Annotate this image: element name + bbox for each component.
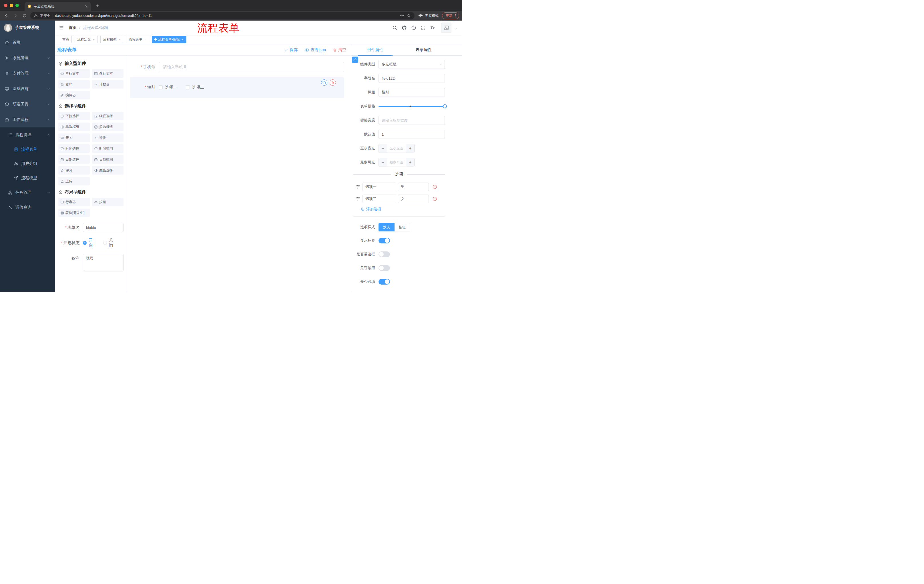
password-key-icon[interactable]: [400, 13, 404, 18]
component-password[interactable]: 密码: [58, 80, 90, 89]
label-width-input[interactable]: [378, 116, 445, 125]
component-table[interactable]: 表格[开发中]: [58, 209, 90, 217]
component-checkbox-group[interactable]: 多选框组: [92, 123, 124, 131]
tag-home[interactable]: 首页: [60, 36, 72, 43]
slider-track[interactable]: [378, 106, 445, 107]
component-type-value[interactable]: [378, 60, 445, 69]
field-link-button[interactable]: [352, 57, 358, 63]
breadcrumb-home[interactable]: 首页: [69, 25, 77, 30]
checkbox-box[interactable]: [186, 86, 190, 89]
sidebar-item-home[interactable]: 首页: [0, 35, 55, 50]
component-row-container[interactable]: 行容器: [58, 198, 90, 206]
new-tab-button[interactable]: [94, 2, 101, 10]
tag-process-definition[interactable]: 流程定义: [74, 36, 97, 43]
component-single-line-text[interactable]: 单行文本: [58, 69, 90, 78]
title-input[interactable]: [378, 88, 445, 97]
min-select-value[interactable]: 至少应选: [387, 144, 406, 153]
checkbox-box[interactable]: [159, 86, 163, 89]
drag-handle-icon[interactable]: [356, 184, 361, 189]
sidebar-item-payment[interactable]: 支付管理: [0, 66, 55, 81]
form-remark-textarea[interactable]: 嘿嘿: [83, 254, 124, 271]
view-json-button[interactable]: 查看json: [304, 48, 326, 53]
traffic-light-minimize[interactable]: [10, 4, 13, 7]
tag-process-form-edit[interactable]: 流程表单-编辑: [152, 36, 186, 43]
widget-delete-button[interactable]: [330, 79, 336, 86]
help-icon[interactable]: [411, 25, 416, 30]
component-editor[interactable]: 编辑器: [58, 91, 90, 99]
browser-menu-dots-icon[interactable]: [453, 13, 458, 18]
browser-update-button[interactable]: 更新: [442, 12, 459, 19]
sidebar-item-system[interactable]: 系统管理: [0, 50, 55, 66]
component-cascader[interactable]: 级联选择: [92, 112, 124, 120]
form-canvas[interactable]: *手机号 *性别 选项一: [127, 56, 351, 292]
back-button[interactable]: [3, 12, 10, 19]
avatar[interactable]: [441, 23, 451, 33]
github-icon[interactable]: [402, 25, 407, 30]
remove-option-icon[interactable]: [432, 184, 437, 189]
component-date-picker[interactable]: 日期选择: [58, 155, 90, 164]
slider-handle[interactable]: [443, 104, 447, 108]
component-color-picker[interactable]: 颜色选择: [92, 166, 124, 174]
status-radio-on[interactable]: 开启: [83, 238, 96, 248]
required-switch[interactable]: [378, 279, 390, 285]
sidebar-item-workflow[interactable]: 工作流程: [0, 112, 55, 127]
sidebar-item-process-form[interactable]: 流程表单: [0, 142, 55, 156]
tag-close-icon[interactable]: [181, 38, 184, 41]
sidebar-item-user-group[interactable]: 用户分组: [0, 156, 55, 171]
style-default-button[interactable]: 默认: [378, 223, 394, 232]
option-value-input[interactable]: [398, 183, 429, 191]
component-switch[interactable]: 开关: [58, 133, 90, 142]
bookmark-star-icon[interactable]: [406, 13, 411, 18]
clear-button[interactable]: 清空: [333, 48, 346, 53]
gender-checkbox-option2[interactable]: 选项二: [186, 85, 204, 90]
phone-input[interactable]: [159, 62, 344, 72]
tag-close-icon[interactable]: [118, 38, 120, 41]
component-date-range[interactable]: 日期范围: [92, 155, 124, 164]
default-value-input[interactable]: [378, 130, 445, 139]
browser-tab[interactable]: 芋道管理系统: [25, 2, 91, 11]
avatar-caret-icon[interactable]: [454, 26, 457, 32]
font-size-icon[interactable]: [430, 25, 435, 30]
option-value-input[interactable]: [398, 194, 429, 203]
stepper-decrease-button[interactable]: −: [379, 158, 387, 166]
sidebar-item-process-model[interactable]: 流程模型: [0, 171, 55, 185]
tab-form-properties[interactable]: 表单属性: [399, 44, 448, 56]
reload-button[interactable]: [21, 12, 28, 19]
fullscreen-icon[interactable]: [421, 25, 426, 30]
component-button[interactable]: 按钮: [92, 198, 124, 206]
component-upload[interactable]: 上传: [58, 177, 90, 186]
stepper-decrease-button[interactable]: −: [379, 144, 387, 153]
disabled-switch[interactable]: [378, 265, 390, 271]
component-time-range[interactable]: 时间范围: [92, 144, 124, 153]
sidebar-item-task-management[interactable]: 任务管理: [0, 185, 55, 200]
component-time-picker[interactable]: 时间选择: [58, 144, 90, 153]
component-multi-line-text[interactable]: 多行文本: [92, 69, 124, 78]
url-bar[interactable]: 不安全 dashboard.yudao.iocoder.cn/bpm/manag…: [30, 12, 414, 20]
component-dropdown[interactable]: 下拉选择: [58, 112, 90, 120]
component-slider[interactable]: 滑块: [92, 133, 124, 142]
tag-process-model[interactable]: 流程模型: [101, 36, 123, 43]
field-name-input[interactable]: [378, 74, 445, 83]
tab-component-properties[interactable]: 组件属性: [351, 44, 399, 56]
component-counter[interactable]: 计数器: [92, 80, 124, 89]
drag-handle-icon[interactable]: [356, 196, 361, 201]
component-radio-group[interactable]: 单选框组: [58, 123, 90, 131]
show-label-switch[interactable]: [378, 238, 390, 243]
traffic-light-close[interactable]: [4, 4, 7, 7]
forward-button[interactable]: [12, 12, 19, 19]
add-option-button[interactable]: 添加选项: [361, 207, 445, 212]
grid-slider[interactable]: [378, 102, 445, 111]
tag-close-icon[interactable]: [92, 38, 95, 41]
sidebar-item-process-management[interactable]: 流程管理: [0, 127, 55, 142]
save-button[interactable]: 保存: [284, 48, 298, 53]
gender-checkbox-option1[interactable]: 选项一: [159, 85, 177, 90]
status-radio-off[interactable]: 关闭: [103, 238, 116, 248]
style-button-button[interactable]: 按钮: [394, 223, 410, 232]
widget-copy-button[interactable]: [321, 79, 327, 86]
max-select-value[interactable]: 最多可选: [387, 158, 406, 166]
option-label-input[interactable]: [363, 183, 396, 191]
component-rate[interactable]: 评分: [58, 166, 90, 174]
sidebar-item-leave-query[interactable]: 请假查询: [0, 200, 55, 215]
component-type-select[interactable]: [378, 60, 445, 69]
phone-field-row[interactable]: *手机号: [130, 62, 344, 72]
